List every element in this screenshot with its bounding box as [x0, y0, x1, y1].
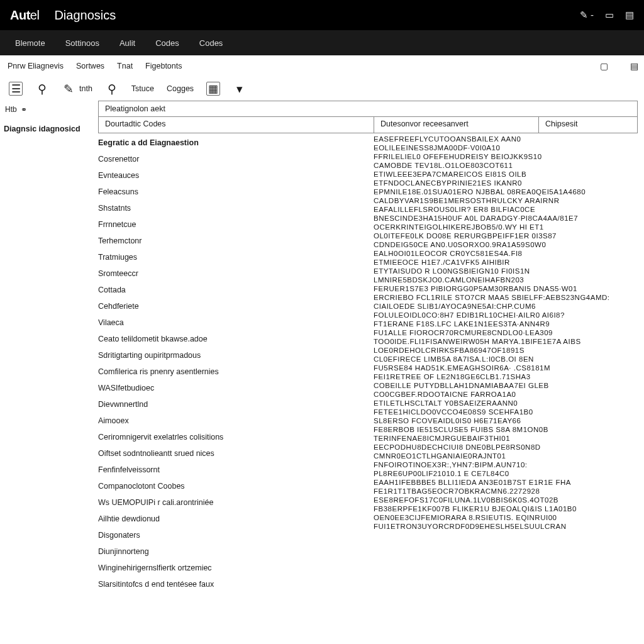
data-row: TOO0IDE.FLI1FISANWEIRW05H MARYA.1BIFE1E7…	[374, 337, 638, 346]
tool-icon-1: ⚲	[35, 82, 49, 96]
tool-icon-7: ▾	[233, 82, 247, 96]
data-row: CO0CGBEF.RDOOTAICNE FARROA1A0	[374, 390, 638, 399]
data-row: ETIWLEEE3EPA7CMAREICOS EI81S OILB	[374, 170, 638, 179]
list-item[interactable]: Aimooex	[98, 413, 374, 429]
tool-2[interactable]: ✎tnth	[57, 79, 97, 98]
list-item[interactable]: Companoclotont Coobes	[98, 478, 374, 494]
data-row: FOLULEOIDL0CO:8H7 EDIB1RL10CHEI·AILR0 AI…	[374, 311, 638, 319]
col-header-3[interactable]: Chipsesit	[539, 117, 637, 133]
data-row: FERUER1S7E3 PIBIORGG0P5AM30RBANI5 DNAS5·…	[374, 284, 638, 293]
list-item[interactable]: Cottada	[98, 282, 374, 298]
tab-label: Pleatignolon aekt	[105, 104, 165, 113]
sub-item-1[interactable]: Sortwes	[70, 62, 111, 70]
list-item[interactable]: Evnteauces	[98, 167, 374, 184]
data-row: LOE0RDEHOLCRIRKSFBA86947OF1891S	[374, 346, 638, 355]
data-row: LMNIRE5BDSKJO0.CAMLONEIHAFBN203	[374, 275, 638, 284]
header-icon-1[interactable]: ▤	[625, 57, 643, 75]
col-header-2[interactable]: Dutesonvor receesanvert	[374, 117, 539, 133]
list-item[interactable]: Oiftset sodntnolieantt srued nices	[98, 445, 374, 462]
sub-item-2[interactable]: Tnat	[111, 62, 139, 70]
data-grid: Eegratic a dd EiagnaestionCosrenettorEvn…	[98, 135, 638, 592]
list-item[interactable]: Shstatnts	[98, 200, 374, 216]
list-item[interactable]: Ceato telildometit bkawse.adoe	[98, 331, 374, 347]
list-item[interactable]: Disgonaters	[98, 527, 374, 543]
sub-header: Pnrw Eliagnevis Sortwes Tnat Figebtonts …	[0, 55, 644, 77]
data-row: CAMOBDE TEV18L.O1LOE803COT611	[374, 161, 638, 170]
data-row: SL8ERSO FCOVEAIDL0IS0 H6E71EAY66	[374, 416, 638, 425]
side-top: Htb ⚭	[0, 101, 98, 118]
list-item[interactable]: Feleacsuns	[98, 184, 374, 200]
list-item[interactable]: Comfilerica ris pnenry asentlernies	[98, 364, 374, 380]
data-row: FE8ERBOB IE51SCLUSE5 FUIBS S8A 8M1ON0B	[374, 425, 638, 434]
list-item[interactable]: Ailhtie dewdionud	[98, 511, 374, 527]
edit-icon[interactable]: ✎ -	[580, 9, 594, 21]
list-item[interactable]: Ceriromnigervit exelatrles colisitions	[98, 429, 374, 445]
nav-item-0[interactable]: Blemote	[5, 30, 55, 55]
data-row: OL0ITEFE0LK DO08E RERURGBPEIFF1ER 0I3S87	[374, 231, 638, 240]
data-row: CIAILOEDE SLIB1/AYOCA9NE5AI:CHP.CUM6	[374, 302, 638, 311]
list-item[interactable]: Tratmiuges	[98, 249, 374, 265]
col-header-1[interactable]: Dourtadtic Codes	[99, 117, 374, 133]
list-item[interactable]: Sromteeccr	[98, 265, 374, 282]
data-row: FNFOIROTINOEX3R:,YHN7:BIPM.AUN710:	[374, 460, 638, 469]
data-row: FE1R1T1TBAG5EOCR7OBKRACMN6.2272928	[374, 487, 638, 496]
data-row: FT1ERANE F18S.LFC LAKE1N1EES3TA·ANN4R9	[374, 319, 638, 328]
list-item[interactable]: Fenfinfelveissornt	[98, 462, 374, 478]
list-item[interactable]: Terhemctonr	[98, 233, 374, 249]
top-bar: Autel Diagnosics ✎ - ▭ ▤	[0, 0, 644, 30]
data-row: COBEILLE PUTYDBLLAH1DNAMIABAA7EI GLEB	[374, 381, 638, 390]
right-column: EASEFREEFLYCUTOOANSBAILEX AAN0EOLILEEINE…	[374, 135, 638, 592]
data-row: FEI1RETREE OF LE2N18GE6CLB1.71SHA3	[374, 372, 638, 381]
data-row: OEN0EE3CIJFEMIORARA 8.RSIEUTIS. EQINRUI0…	[374, 513, 638, 522]
data-row: ETILETLHSCLTALT Y0BSAEIZERAANN0	[374, 399, 638, 408]
data-row: CMNR0EO1CTLHGANIAIE0RAJNT01	[374, 452, 638, 460]
nav-item-2[interactable]: Aulit	[109, 30, 145, 55]
list-item[interactable]: Dievwnnertlnd	[98, 396, 374, 413]
sub-item-3[interactable]: Figebtonts	[139, 62, 188, 70]
data-row: CL0EFIRECE LIMB5A 8A7ISA.L:I0CB.OI 8EN	[374, 355, 638, 364]
data-row: PL8RE6UP00LIF21010.1 E CE7L84C0	[374, 469, 638, 478]
data-row: EPMNILE18E.01SUA01ERO NJBBAL 08REA0QEI5A…	[374, 187, 638, 196]
list-item[interactable]: Slarsitintofcs d end tentésee faux	[98, 576, 374, 592]
data-row: EOLILEEINESS8JMA00DF·V0I0A10	[374, 143, 638, 152]
panel-icon[interactable]: ▤	[625, 9, 634, 21]
data-row: BNESCINDE3HA15H0UF A0L DARADGY·PI8CA4AA/…	[374, 214, 638, 223]
nav-item-4[interactable]: Codes	[189, 30, 233, 55]
sub-item-0[interactable]: Pnrw Eliagnevis	[1, 62, 70, 70]
tool-icon-2: ✎	[62, 82, 75, 96]
list-item[interactable]: Frrnnetcue	[98, 216, 374, 233]
data-row: FETEE1HICLDO0VCCO4E08S9 SCEHFA1B0	[374, 408, 638, 416]
tool-3[interactable]: ⚲	[100, 79, 124, 98]
nav-item-1[interactable]: Sottinoos	[55, 30, 109, 55]
list-item[interactable]: Sdritigtarting oupiritprmadous	[98, 347, 374, 364]
tool-0[interactable]: ☰	[4, 79, 28, 98]
tool-label-5: Cogges	[167, 84, 194, 93]
tab-strip[interactable]: Pleatignolon aekt	[98, 101, 638, 117]
data-row: CDNDEIG50CE AN0.U0SORXO0.9RA1A59S0W0	[374, 240, 638, 249]
list-item[interactable]: Cehdferiete	[98, 298, 374, 314]
tool-icon-3: ⚲	[105, 82, 119, 96]
nav-item-3[interactable]: Codes	[145, 30, 189, 55]
data-row: ESE8REFOFS17C0FILUNA.1LV0BBIS6K0S.4OT02B	[374, 496, 638, 504]
data-row: EAFALILLEFLSROUS0LIR? ER8 BILFIAC0CE	[374, 205, 638, 214]
tool-6[interactable]: ▦	[201, 79, 225, 98]
tool-4[interactable]: Tstuce	[126, 82, 159, 96]
tool-7[interactable]: ▾	[228, 79, 252, 98]
header-icon-0[interactable]: ▢	[595, 57, 613, 75]
list-item[interactable]: Winginehirigernslfiertk ortzemiec	[98, 560, 374, 576]
tool-1[interactable]: ⚲	[30, 79, 54, 98]
tool-5[interactable]: Cogges	[162, 82, 199, 96]
side-title[interactable]: Diagnsic idagnosicd	[0, 118, 98, 137]
data-row: CALDBYVAR1S9BE1MERSOSTHRULCKY ARAIRNR	[374, 196, 638, 205]
list-item[interactable]: Cosrenettor	[98, 151, 374, 167]
data-row: EALH0OI01LEOCOR CR0YC581ES4A.FI8	[374, 249, 638, 258]
list-item[interactable]: Diunjinnorteng	[98, 543, 374, 560]
data-row: FB38ERPFE1KF007B FLIKER1U BJEOALQI&IS L1…	[374, 504, 638, 513]
list-item[interactable]: Ws UEMOPUIPi r cali.arontriniée	[98, 494, 374, 511]
list-item[interactable]: Eegratic a dd Eiagnaestion	[98, 135, 374, 151]
list-item[interactable]: WASIfetbudioec	[98, 380, 374, 396]
window-icon[interactable]: ▭	[605, 9, 614, 21]
column-headers: Dourtadtic Codes Dutesonvor receesanvert…	[98, 117, 638, 133]
link-icon[interactable]: ⚭	[21, 105, 27, 114]
list-item[interactable]: Vilaeca	[98, 314, 374, 331]
